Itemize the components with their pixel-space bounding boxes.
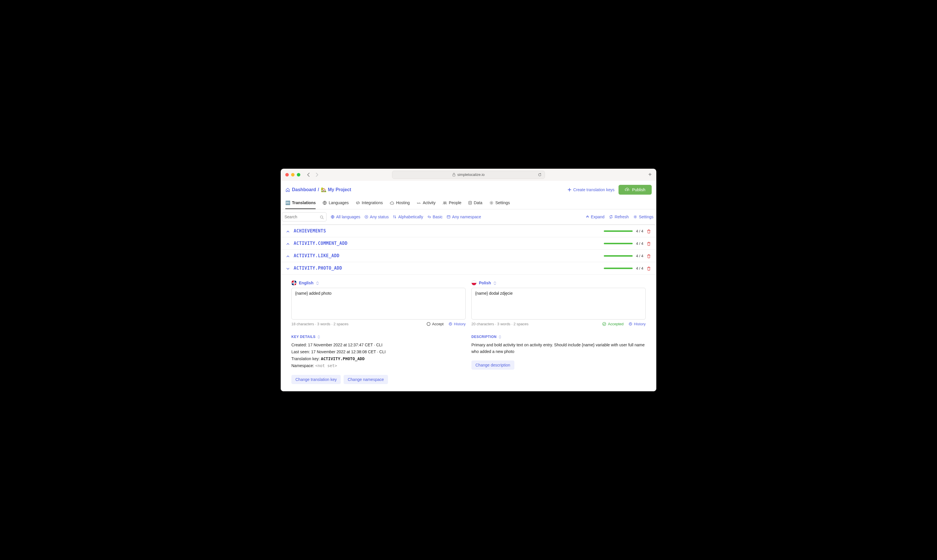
filter-any-status[interactable]: Any status (364, 215, 388, 219)
change-namespace-button[interactable]: Change namespace (344, 375, 388, 384)
key-row[interactable]: ACTIVITY.COMMENT_ADD 4 / 4 (282, 237, 655, 250)
delete-icon[interactable] (647, 266, 651, 271)
close-window-icon[interactable] (285, 173, 289, 177)
history-button[interactable]: History (628, 322, 646, 326)
key-meta: 4 / 4 (604, 229, 651, 234)
key-details-label[interactable]: Key Details (291, 335, 465, 339)
sort-icon (317, 335, 320, 339)
svg-point-5 (469, 201, 472, 202)
nav-buttons (307, 172, 319, 178)
progress-bar (604, 268, 633, 269)
chevron-down-icon (286, 266, 290, 271)
filter-all-languages[interactable]: All languages (331, 215, 360, 219)
english-column: English {name} added photo 18 characters… (291, 280, 465, 384)
forward-button[interactable] (315, 172, 319, 178)
svg-point-4 (445, 202, 446, 203)
history-icon (628, 322, 633, 326)
header-actions: Create translation keys Publish (567, 185, 652, 195)
create-keys-button[interactable]: Create translation keys (567, 188, 615, 192)
svg-rect-11 (447, 216, 450, 218)
filter-any-namespace[interactable]: Any namespace (447, 215, 481, 219)
change-translation-key-button[interactable]: Change translation key (291, 375, 341, 384)
filter-basic[interactable]: Basic (427, 215, 442, 219)
tab-settings[interactable]: Settings (489, 197, 510, 209)
traffic-lights (285, 173, 300, 177)
check-circle-icon (602, 322, 606, 326)
tab-translations[interactable]: 🔤Translations (285, 197, 316, 209)
breadcrumb-dashboard[interactable]: Dashboard (292, 187, 316, 192)
key-name: ACTIVITY.COMMENT_ADD (294, 241, 348, 246)
breadcrumb: Dashboard / 🏡 My Project (285, 187, 351, 192)
publish-button[interactable]: Publish (618, 185, 652, 195)
svg-point-6 (491, 202, 492, 203)
home-icon (285, 187, 290, 192)
history-button[interactable]: History (448, 322, 465, 326)
description-label[interactable]: Description (472, 335, 646, 339)
key-row[interactable]: ACHIEVEMENTS 4 / 4 (282, 225, 655, 237)
toolbar-right: Expand Refresh Settings (586, 215, 656, 219)
url-text: simplelocalize.io (457, 172, 485, 177)
keys-panel: ACHIEVEMENTS 4 / 4 ACTIVITY.COMMENT_ADD … (281, 225, 656, 391)
tab-integrations[interactable]: Integrations (356, 197, 383, 209)
reload-icon[interactable] (538, 172, 542, 177)
delete-icon[interactable] (647, 229, 651, 234)
tab-hosting[interactable]: Hosting (390, 197, 410, 209)
maximize-window-icon[interactable] (297, 173, 300, 177)
minimize-window-icon[interactable] (291, 173, 294, 177)
change-description-button[interactable]: Change description (472, 360, 515, 370)
flag-uk-icon (291, 280, 297, 286)
filter-alphabetically[interactable]: Alphabetically (393, 215, 423, 219)
sort-icon[interactable] (493, 281, 496, 285)
tab-languages[interactable]: Languages (322, 197, 348, 209)
delete-icon[interactable] (647, 241, 651, 246)
tab-people[interactable]: People (442, 197, 462, 209)
toolbar: All languages Any status Alphabetically … (281, 209, 656, 225)
data-icon (468, 200, 472, 205)
circle-icon (426, 322, 431, 326)
chevron-up-icon (286, 229, 290, 233)
key-meta: 4 / 4 (604, 241, 651, 246)
key-row[interactable]: ACTIVITY.PHOTO_ADD 4 / 4 (282, 262, 655, 274)
key-editor: English {name} added photo 18 characters… (282, 274, 655, 391)
key-meta: 4 / 4 (604, 254, 651, 258)
progress-bar (604, 255, 633, 257)
accept-button[interactable]: Accept (426, 322, 444, 326)
back-button[interactable] (307, 172, 310, 178)
new-tab-button[interactable]: + (648, 171, 652, 178)
search-input[interactable] (282, 212, 327, 222)
tab-data[interactable]: Data (468, 197, 482, 209)
key-details: Created: 17 November 2022 at 12:37:47 CE… (291, 342, 465, 369)
delete-icon[interactable] (647, 254, 651, 258)
code-icon (356, 200, 360, 205)
progress-count: 4 / 4 (636, 254, 643, 258)
search-field[interactable] (284, 215, 320, 219)
svg-point-2 (419, 203, 419, 203)
breadcrumb-project[interactable]: 🏡 My Project (321, 187, 351, 192)
cloud-upload-icon (625, 188, 630, 192)
expand-button[interactable]: Expand (586, 215, 604, 219)
progress-bar (604, 231, 633, 232)
link-icon (427, 215, 431, 219)
svg-point-13 (427, 322, 430, 326)
polish-column: Polish {name} dodał zdjęcie 20 character… (472, 280, 646, 384)
sort-icon (393, 215, 397, 219)
key-meta: 4 / 4 (604, 266, 651, 271)
refresh-button[interactable]: Refresh (609, 215, 629, 219)
sort-icon (498, 335, 501, 339)
settings-button[interactable]: Settings (633, 215, 653, 219)
search-icon (320, 215, 324, 220)
sort-icon[interactable] (316, 281, 319, 285)
key-row[interactable]: ACTIVITY.LIKE_ADD 4 / 4 (282, 250, 655, 262)
globe-icon (331, 215, 334, 219)
lang-name-english[interactable]: English (299, 281, 314, 285)
polish-textarea[interactable]: {name} dodał zdjęcie (472, 288, 646, 320)
progress-count: 4 / 4 (636, 266, 643, 271)
tab-activity[interactable]: Activity (416, 197, 435, 209)
svg-point-10 (366, 217, 367, 218)
url-bar[interactable]: simplelocalize.io (392, 171, 545, 179)
page-header: Dashboard / 🏡 My Project Create translat… (281, 181, 656, 197)
lang-name-polish[interactable]: Polish (479, 281, 491, 285)
english-textarea[interactable]: {name} added photo (291, 288, 465, 320)
svg-rect-0 (453, 174, 455, 177)
globe-icon (322, 200, 327, 205)
